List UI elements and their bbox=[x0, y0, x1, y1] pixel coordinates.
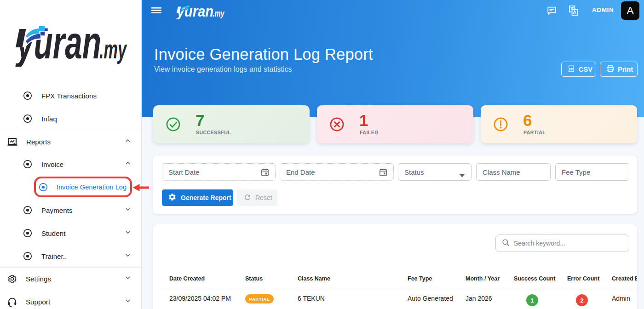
svg-text:yuran: yuran bbox=[176, 5, 213, 19]
svg-text:.my: .my bbox=[99, 34, 127, 64]
svg-text:.my: .my bbox=[213, 9, 224, 19]
svg-text:csv: csv bbox=[569, 67, 574, 70]
